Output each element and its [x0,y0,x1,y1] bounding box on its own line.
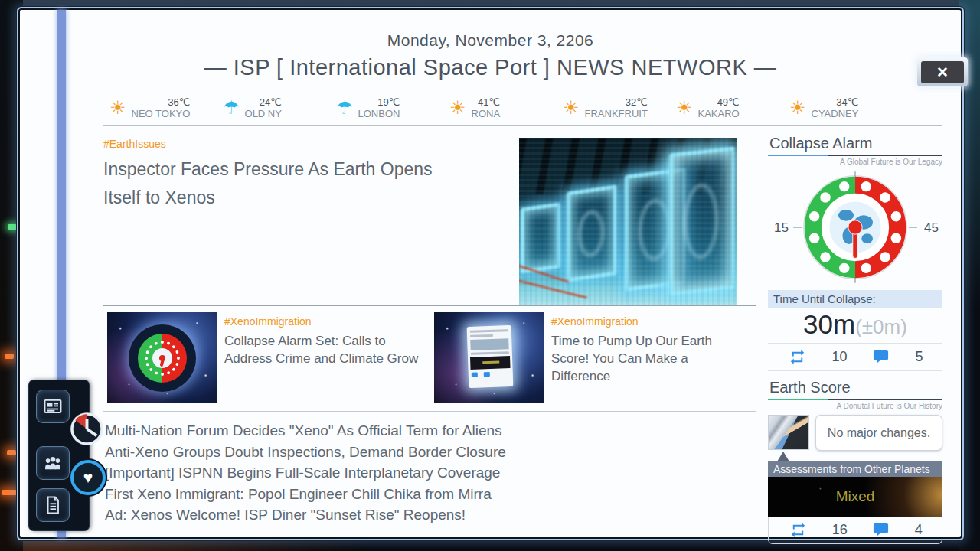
people-icon [42,452,64,474]
title-underline [768,399,942,400]
gauge-right-label: 45 [924,220,939,235]
main-article-tag[interactable]: #EarthIssues [103,138,166,150]
corridor-light [5,354,14,359]
main-article-image[interactable] [519,138,737,305]
weather-city: LONBON [358,108,400,119]
divider [103,305,756,308]
headline-item[interactable]: First Xeno Immigrant: Popol Engineer Chi… [105,484,757,505]
mosaic-overlay [519,138,737,305]
assessments-engagement-box: 16 4 [768,517,942,544]
assessments-title: Assessments from Other Planets [768,461,942,477]
sun-icon: ☀ [789,99,806,117]
corridor-light-green [8,224,17,230]
comment-count: 5 [915,349,923,365]
dock-menu [29,380,89,530]
weather-item: ☀ 49℃KAKARO [676,96,766,119]
sub-article-tag[interactable]: #XenoImmigration [551,315,746,328]
umbrella-icon: ☂ [223,99,240,117]
gauge-left-label: 15 [774,220,789,235]
weather-temp: 36℃ [168,96,190,108]
retweet-icon[interactable] [787,348,808,366]
collapse-engagement-row: 10 5 [768,344,942,370]
divider [103,411,756,412]
headline-item[interactable]: Ad: Xenos Welcome! ISP Diner "Sunset Ris… [105,504,757,526]
news-panel: Monday, November 3, 2206 — ISP [ Interna… [20,10,961,537]
main-article-headline[interactable]: Inspector Faces Pressure As Earth Opens … [103,155,440,212]
collapse-alarm-tagline: A Global Future is Our Legacy [768,158,942,166]
retweet-count: 10 [831,349,847,365]
close-icon: ✕ [936,64,949,81]
headline-item[interactable]: Anti-Xeno Groups Doubt Inspections, Dema… [105,442,757,463]
sub-article-headline[interactable]: Time to Pump Up Our Earth Score! You Can… [551,332,746,385]
sidebar: Collapse Alarm A Global Future is Our Le… [768,135,942,544]
weather-temp: 49℃ [717,96,740,108]
time-until-collapse-label: Time Until Collapse: [768,290,942,308]
weather-item: ☀ 41℃RONA [449,96,540,119]
comment-count: 4 [915,522,923,538]
corridor-light [2,490,17,495]
weather-temp: 32℃ [626,96,648,108]
sub-article-card[interactable]: #XenoImmigration Collapse Alarm Set: Cal… [107,312,429,403]
time-button[interactable] [69,411,105,447]
earth-score-status-row: No major changes. [768,415,942,451]
people-button[interactable] [36,446,70,480]
earth-score-title: Earth Score [768,379,942,396]
retweet-icon[interactable] [788,521,808,539]
clock-icon [69,411,105,447]
collapse-gauge: 15 45 [768,169,942,289]
headline-item[interactable]: Multi-Nation Forum Decides "Xeno" As Off… [105,420,757,442]
articles-column: #EarthIssues Inspector Faces Pressure As… [103,125,756,538]
weather-city: NEO TOKYO [132,108,191,119]
close-button[interactable]: ✕ [921,61,964,83]
sub-article-headline[interactable]: Collapse Alarm Set: Calls to Address Cri… [224,332,420,367]
weather-city: OLD NY [245,108,282,119]
sun-icon: ☀ [563,99,580,117]
weather-item: ☀ 34℃CYADNEY [789,96,880,119]
status-bubble: No major changes. [815,415,942,451]
weather-temp: 34℃ [836,96,858,108]
weather-city: RONA [472,108,501,119]
headline-item[interactable]: [Important] ISPNN Begins Full-Scale Inte… [105,462,757,484]
collapse-gauge-art [129,324,196,392]
weather-temp: 19℃ [377,96,400,108]
assessments-verdict: Mixed [836,488,875,505]
pointer-triangle [777,452,789,461]
sub-article-thumbnail [107,312,217,403]
weather-temp: 41℃ [478,96,500,108]
weather-city: CYADNEY [812,108,859,119]
heart-icon: ♥ [83,468,93,487]
retweet-count: 16 [832,522,848,538]
sub-article-card[interactable]: #XenoImmigration Time to Pump Up Our Ear… [434,312,756,403]
news-button[interactable] [36,390,70,423]
time-delta: (±0m) [855,315,907,338]
newspaper-icon [42,396,64,417]
assessments-engagement-row: 16 4 [769,517,942,543]
earth-score-tagline: A Donutal Future is Our History [768,402,942,410]
weather-strip: ☀ 36℃NEO TOKYO ☂ 24℃OLD NY ☂ 19℃LONBON ☀… [103,90,942,126]
weather-item: ☂ 24℃OLD NY [223,96,313,119]
document-icon [42,494,64,516]
sun-icon: ☀ [676,99,693,117]
log-button[interactable] [36,488,70,522]
weather-city: FRANKFRUIT [585,108,648,119]
headline-list: Multi-Nation Forum Decides "Xeno" As Off… [105,420,757,526]
weather-item: ☂ 19℃LONBON [336,96,426,119]
news-date: Monday, November 3, 2206 [20,31,961,50]
time-until-collapse-value: 30m(±0m) [768,308,942,343]
weather-city: KAKARO [698,108,740,119]
weather-item: ☀ 36℃NEO TOKYO [109,96,200,119]
weather-temp: 24℃ [260,96,282,108]
assessments-image: Mixed [768,477,942,517]
comment-icon[interactable] [871,521,891,539]
page-title: — ISP [ International Space Port ] NEWS … [20,55,961,80]
sun-icon: ☀ [109,99,126,117]
corridor-light [7,450,16,455]
sun-icon: ☀ [449,99,466,117]
comment-icon[interactable] [871,348,891,366]
avatar [768,415,809,450]
sub-article-thumbnail [434,312,544,403]
sub-article-tag[interactable]: #XenoImmigration [224,315,420,328]
time-value: 30m [803,309,855,339]
news-card-art [467,325,514,388]
favorite-button[interactable]: ♥ [70,460,106,495]
